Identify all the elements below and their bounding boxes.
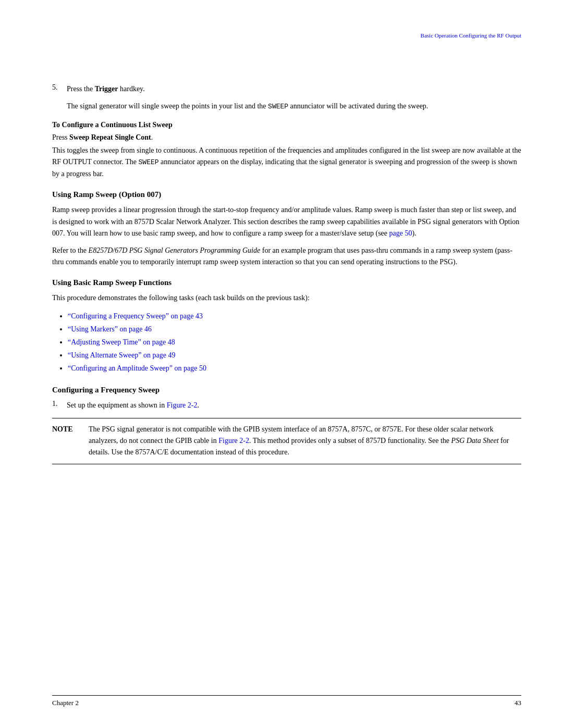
link-amplitude-sweep[interactable]: “Configuring an Amplitude Sweep” on page… <box>68 364 206 372</box>
list-item: “Using Markers” on page 46 <box>68 323 521 336</box>
header-line2: Configuring the RF Output <box>459 32 521 39</box>
page-header: Basic Operation Configuring the RF Outpu… <box>421 31 521 40</box>
config-freq-heading: Configuring a Frequency Sweep <box>52 386 521 394</box>
programming-guide-title: E8257D/67D PSG Signal Generators Program… <box>89 246 261 254</box>
basic-ramp-body: This procedure demonstrates the followin… <box>52 292 521 304</box>
footer-page-number: 43 <box>515 699 521 707</box>
ramp-heading: Using Ramp Sweep (Option 007) <box>52 190 521 199</box>
ramp-body1: Ramp sweep provides a linear progression… <box>52 204 521 239</box>
link-using-markers[interactable]: “Using Markers” on page 46 <box>68 325 152 333</box>
list-item: “Configuring a Frequency Sweep” on page … <box>68 310 521 323</box>
link-configuring-freq[interactable]: “Configuring a Frequency Sweep” on page … <box>68 312 203 320</box>
list-item: “Adjusting Sweep Time” on page 48 <box>68 336 521 349</box>
continuous-body: This toggles the sweep from single to co… <box>52 145 521 180</box>
note-label: NOTE <box>52 424 78 459</box>
main-content: 5. Press the Trigger hardkey. The signal… <box>52 83 521 464</box>
step-5-para: The signal generator will single sweep t… <box>67 101 521 113</box>
config-freq-step1: 1. Set up the equipment as shown in Figu… <box>52 400 521 411</box>
step1-number: 1. <box>52 400 63 411</box>
trigger-bold: Trigger <box>95 85 118 93</box>
continuous-sub: Press Sweep Repeat Single Cont. <box>52 133 521 142</box>
figure2-2-link[interactable]: Figure 2-2 <box>167 401 198 409</box>
page50-link[interactable]: page 50 <box>389 229 412 237</box>
step-5-text: Press the Trigger hardkey. <box>67 83 145 94</box>
step1-text: Set up the equipment as shown in Figure … <box>67 400 199 411</box>
ramp-body2: Refer to the E8257D/67D PSG Signal Gener… <box>52 245 521 268</box>
page: Basic Operation Configuring the RF Outpu… <box>0 0 563 728</box>
link-alternate-sweep[interactable]: “Using Alternate Sweep” on page 49 <box>68 351 175 359</box>
footer-chapter: Chapter 2 <box>52 699 79 707</box>
note-content: The PSG signal generator is not compatib… <box>89 424 521 459</box>
sweep-annunciator: SWEEP <box>268 103 288 110</box>
step-5: 5. Press the Trigger hardkey. <box>52 83 521 94</box>
page-footer: Chapter 2 43 <box>52 695 521 707</box>
header-line1: Basic Operation <box>421 32 458 39</box>
basic-ramp-heading: Using Basic Ramp Sweep Functions <box>52 278 521 287</box>
continuous-heading: To Configure a Continuous List Sweep <box>52 121 521 129</box>
sweep-repeat-bold: Sweep Repeat Single Cont <box>69 133 151 141</box>
link-adjusting-sweep[interactable]: “Adjusting Sweep Time” on page 48 <box>68 338 175 346</box>
note-box: NOTE The PSG signal generator is not com… <box>52 418 521 464</box>
step-5-number: 5. <box>52 83 63 94</box>
psg-data-sheet-italic: PSG Data Sheet <box>451 437 499 445</box>
figure2-2-note-link[interactable]: Figure 2-2 <box>218 437 249 445</box>
sweep-annunciator-2: SWEEP <box>139 158 159 166</box>
list-item: “Using Alternate Sweep” on page 49 <box>68 349 521 362</box>
list-item: “Configuring an Amplitude Sweep” on page… <box>68 362 521 375</box>
procedure-list: “Configuring a Frequency Sweep” on page … <box>68 310 521 375</box>
